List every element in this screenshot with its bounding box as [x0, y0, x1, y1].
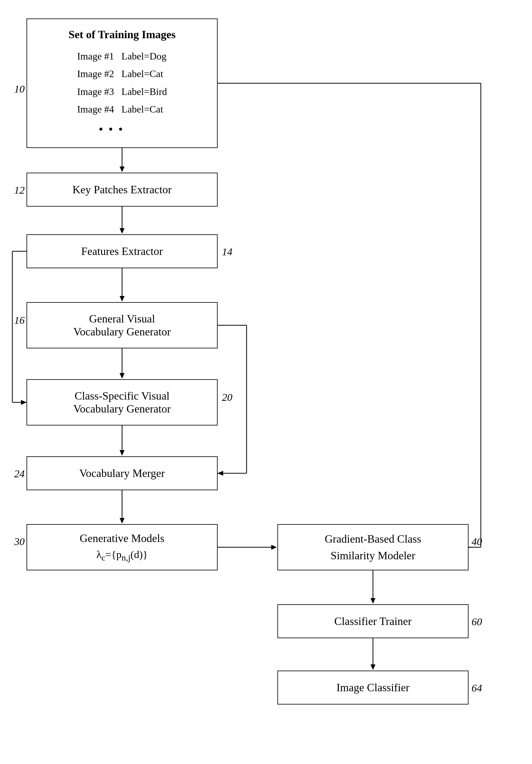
svg-marker-5 — [119, 296, 124, 301]
svg-marker-13 — [271, 545, 277, 550]
svg-marker-3 — [119, 228, 124, 234]
classifier-trainer-box: Classifier Trainer — [277, 604, 468, 638]
svg-marker-25 — [218, 471, 223, 476]
features-extractor-label: Features Extractor — [82, 245, 163, 258]
vocab-merger-box: Vocabulary Merger — [27, 456, 218, 490]
label-24: 24 — [14, 468, 25, 480]
key-patches-label: Key Patches Extractor — [73, 183, 172, 196]
svg-marker-7 — [119, 373, 124, 379]
svg-marker-29 — [21, 400, 27, 405]
key-patches-box: Key Patches Extractor — [27, 173, 218, 207]
label-16: 16 — [14, 314, 25, 326]
vocab-merger-label: Vocabulary Merger — [79, 467, 165, 480]
class-specific-label: Class-Specific Visual Vocabulary Generat… — [73, 389, 171, 415]
label-60: 60 — [471, 616, 482, 628]
label-30: 30 — [14, 536, 25, 548]
svg-marker-9 — [119, 450, 124, 456]
classifier-trainer-label: Classifier Trainer — [334, 615, 412, 628]
general-vocab-box: General Visual Vocabulary Generator — [27, 302, 218, 348]
image-classifier-box: Image Classifier — [277, 670, 468, 704]
svg-marker-17 — [371, 665, 375, 670]
label-12: 12 — [14, 184, 25, 196]
generative-models-box: Generative Models λc={pn,j(d)} — [27, 524, 218, 570]
training-images-title: Set of Training Images — [69, 26, 176, 44]
gradient-based-box: Gradient-Based Class Similarity Modeler — [277, 524, 468, 570]
generative-models-line1: Generative Models — [80, 530, 165, 547]
image-classifier-label: Image Classifier — [337, 681, 410, 694]
label-10: 10 — [14, 83, 25, 95]
svg-marker-15 — [371, 598, 375, 604]
svg-marker-1 — [119, 166, 124, 172]
training-images-box: Set of Training Images Image #1 Label=Do… — [27, 19, 218, 148]
general-vocab-label: General Visual Vocabulary Generator — [73, 312, 171, 338]
label-40: 40 — [471, 536, 482, 548]
class-specific-box: Class-Specific Visual Vocabulary Generat… — [27, 379, 218, 426]
label-20: 20 — [222, 392, 233, 403]
training-images-list: Image #1 Label=Dog Image #2 Label=Cat Im… — [77, 48, 167, 141]
svg-marker-11 — [119, 518, 124, 523]
gradient-based-label: Gradient-Based Class Similarity Modeler — [325, 531, 421, 564]
generative-models-line2: λc={pn,j(d)} — [96, 547, 148, 564]
diagram-container: Set of Training Images Image #1 Label=Do… — [0, 0, 532, 764]
features-extractor-box: Features Extractor — [27, 234, 218, 268]
label-64: 64 — [471, 682, 482, 694]
label-14: 14 — [222, 246, 233, 258]
